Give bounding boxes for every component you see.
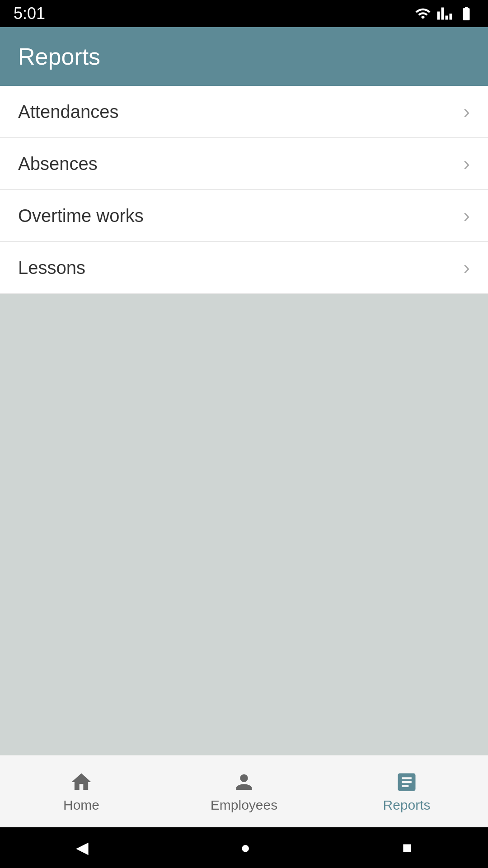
chevron-right-icon-attendances: › [463, 100, 470, 123]
empty-area [0, 294, 488, 755]
home-icon [70, 770, 93, 794]
chevron-right-icon-lessons: › [463, 256, 470, 279]
android-recents-button[interactable]: ■ [402, 838, 412, 857]
nav-label-home: Home [63, 797, 99, 813]
page-title: Reports [18, 43, 100, 70]
status-bar: 5:01 [0, 0, 488, 27]
menu-item-attendances[interactable]: Attendances › [0, 86, 488, 138]
android-nav-bar: ◀ ● ■ [0, 827, 488, 868]
bottom-nav: Home Employees Reports [0, 755, 488, 827]
signal-icon [436, 5, 453, 22]
status-icons [415, 5, 474, 22]
wifi-icon [415, 5, 431, 22]
nav-label-employees: Employees [211, 797, 277, 813]
content-list: Attendances › Absences › Overtime works … [0, 86, 488, 294]
reports-icon [395, 770, 418, 794]
nav-item-home[interactable]: Home [0, 763, 163, 820]
menu-item-overtime-works[interactable]: Overtime works › [0, 190, 488, 242]
chevron-right-icon-absences: › [463, 152, 470, 175]
chevron-right-icon-overtime: › [463, 204, 470, 227]
battery-icon [458, 5, 474, 22]
nav-item-employees[interactable]: Employees [163, 763, 325, 820]
menu-item-absences[interactable]: Absences › [0, 138, 488, 190]
android-back-button[interactable]: ◀ [76, 838, 89, 857]
status-time: 5:01 [14, 4, 45, 23]
nav-label-reports: Reports [383, 797, 430, 813]
menu-item-lessons[interactable]: Lessons › [0, 242, 488, 294]
app-header: Reports [0, 27, 488, 86]
android-home-button[interactable]: ● [240, 838, 250, 857]
nav-item-reports[interactable]: Reports [325, 763, 488, 820]
employees-icon [232, 770, 256, 794]
